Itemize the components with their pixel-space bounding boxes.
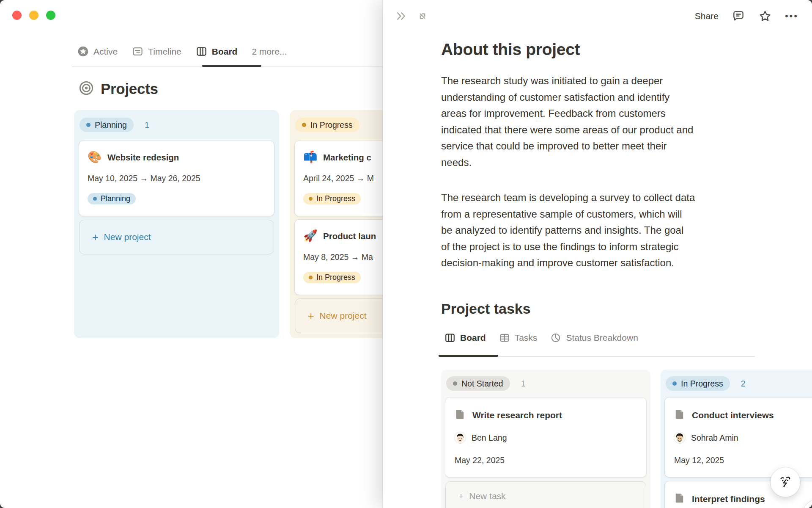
card-status-tag: In Progress <box>303 193 361 204</box>
pie-chart-icon <box>550 332 561 343</box>
status-dot <box>672 381 677 386</box>
column-header: Planning 1 <box>80 118 274 132</box>
new-task-button[interactable]: + New task <box>445 481 646 508</box>
column-header: In Progress 2 <box>666 376 812 391</box>
window-controls <box>12 11 55 20</box>
task-card[interactable]: Write research report Ben Lang May 22, 2… <box>445 398 646 477</box>
page-icon <box>455 409 465 421</box>
tab-label: Board <box>212 47 238 57</box>
palette-emoji-icon: 🎨 <box>88 152 100 163</box>
tab-label: Timeline <box>148 47 181 57</box>
ai-face-icon <box>777 473 794 491</box>
assignee-row: Sohrab Amin <box>674 432 812 443</box>
task-title: Interpret findings <box>692 494 765 504</box>
plus-icon: + <box>308 310 314 322</box>
timeline-icon <box>132 46 143 57</box>
card-status-tag: Planning <box>88 193 136 204</box>
status-badge: Planning <box>80 118 134 132</box>
close-peek-chevrons-icon[interactable] <box>395 10 407 22</box>
side-peek-panel: Share ••• About this project The researc… <box>383 0 812 508</box>
tab-board[interactable]: Board <box>444 332 486 343</box>
status-dot <box>309 197 313 201</box>
status-badge: Not Started <box>446 376 510 391</box>
notion-ai-button[interactable] <box>771 467 800 497</box>
status-dot <box>453 381 457 386</box>
column-not-started: Not Started 1 Write research report <box>441 370 650 508</box>
target-icon <box>79 80 94 97</box>
card-date-range: May 10, 2025 → May 26, 2025 <box>88 174 266 183</box>
status-badge: In Progress <box>666 376 730 391</box>
assignee-name: Sohrab Amin <box>691 433 738 443</box>
plus-icon: + <box>92 231 99 243</box>
card-status-tag: In Progress <box>303 272 361 283</box>
board-icon <box>444 332 455 343</box>
tab-timeline[interactable]: Timeline <box>132 46 181 57</box>
plus-icon: + <box>458 491 464 501</box>
favorite-star-icon[interactable] <box>758 9 772 23</box>
app-window: Active Timeline Board 2 more... Projects <box>0 0 812 508</box>
peek-page-title: About this project <box>441 40 580 59</box>
panel-content: About this project The research study wa… <box>441 0 757 508</box>
tab-board[interactable]: Board <box>196 46 238 57</box>
tab-status-breakdown[interactable]: Status Breakdown <box>550 332 638 343</box>
tab-label: Board <box>460 333 486 343</box>
status-dot <box>302 123 306 127</box>
tasks-view-tabs: Board Tasks Status Breakdown <box>444 332 638 343</box>
page-icon <box>674 409 685 421</box>
close-button[interactable] <box>12 11 22 20</box>
paragraph: The research study was initiated to gain… <box>441 73 757 171</box>
project-card[interactable]: 🎨 Website redesign May 10, 2025 → May 26… <box>79 141 274 216</box>
column-count: 1 <box>145 120 149 130</box>
column-count: 2 <box>741 379 746 389</box>
tab-tasks[interactable]: Tasks <box>499 332 538 343</box>
tabs-more-label: 2 more... <box>252 47 287 57</box>
avatar <box>674 432 685 443</box>
tabs-more[interactable]: 2 more... <box>252 47 287 57</box>
mailbox-emoji-icon: 📫 <box>303 152 316 163</box>
tasks-board: Not Started 1 Write research report <box>441 370 812 508</box>
tabs-divider <box>441 356 755 357</box>
assignee-row: Ben Lang <box>455 432 637 443</box>
section-title: Project tasks <box>441 301 531 317</box>
view-tabs: Active Timeline Board 2 more... <box>77 46 287 57</box>
status-badge: In Progress <box>295 118 359 132</box>
page-icon <box>674 493 685 505</box>
rocket-emoji-icon: 🚀 <box>303 230 316 242</box>
more-options-icon[interactable]: ••• <box>785 11 798 22</box>
tab-label: Active <box>93 47 118 57</box>
card-title: Marketing c <box>323 152 371 163</box>
table-icon <box>499 332 510 343</box>
card-title: Website redesign <box>107 152 179 163</box>
tab-label: Tasks <box>515 333 538 343</box>
status-dot <box>309 276 313 279</box>
task-title: Write research report <box>472 410 562 420</box>
status-dot <box>93 197 97 201</box>
zoom-button[interactable] <box>46 11 55 20</box>
paragraph: The research team is developing a survey… <box>441 190 757 271</box>
assignee-name: Ben Lang <box>472 433 507 443</box>
column-planning: Planning 1 🎨 Website redesign May 10, 20… <box>74 110 279 338</box>
task-date: May 12, 2025 <box>674 456 812 465</box>
avatar <box>455 432 466 443</box>
star-circle-icon <box>77 46 89 57</box>
expand-page-icon[interactable] <box>417 10 428 22</box>
tabs-divider <box>72 66 385 67</box>
column-header: Not Started 1 <box>446 376 647 391</box>
page-title: Projects <box>101 80 158 97</box>
board-icon <box>196 46 207 57</box>
tab-active[interactable]: Active <box>77 46 118 57</box>
minimize-button[interactable] <box>29 11 38 20</box>
task-title: Conduct interviews <box>692 410 774 420</box>
card-title: Product laun <box>323 231 376 241</box>
column-count: 1 <box>521 379 526 389</box>
status-dot <box>86 123 91 127</box>
tab-label: Status Breakdown <box>566 333 638 343</box>
task-date: May 22, 2025 <box>455 456 637 465</box>
task-card[interactable]: Conduct interviews Sohrab Amin May 12, 2… <box>665 398 812 477</box>
new-project-button[interactable]: + New project <box>79 220 274 254</box>
page-header: Projects <box>79 80 158 97</box>
